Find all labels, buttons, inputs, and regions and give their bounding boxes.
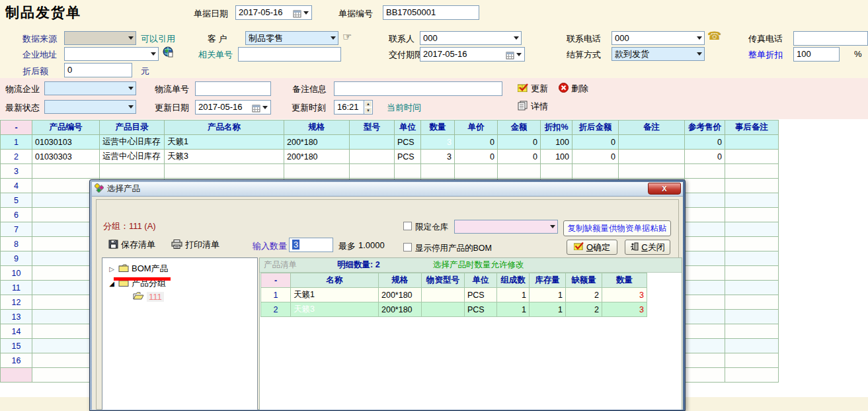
phone-combo[interactable]: 000: [612, 31, 705, 45]
cell-stock[interactable]: 1: [530, 302, 566, 317]
globe-icon[interactable]: [163, 46, 174, 60]
cell-after[interactable]: [572, 164, 619, 179]
data-source-combo[interactable]: [64, 31, 136, 45]
warehouse-combo[interactable]: [454, 220, 558, 234]
cell-unit[interactable]: PCS: [465, 288, 497, 302]
cell-discount[interactable]: 100: [541, 135, 572, 150]
logistics-company-combo[interactable]: [44, 81, 136, 95]
copy-shortage-button[interactable]: 复制缺额量供物资单据粘贴: [563, 220, 671, 236]
cell-name[interactable]: 天籁1: [291, 288, 379, 302]
cell-ref_price[interactable]: [685, 368, 725, 383]
related-no-input[interactable]: [238, 47, 341, 62]
dropdown-arrow-icon[interactable]: [328, 32, 338, 44]
cell-ref_price[interactable]: [685, 251, 725, 266]
cell-post_remark[interactable]: [725, 251, 779, 266]
cell-name[interactable]: 天籁3: [165, 150, 284, 164]
cell-model[interactable]: [422, 288, 465, 302]
address-combo[interactable]: [64, 47, 159, 61]
cell-amount[interactable]: 0: [498, 135, 541, 150]
cell-catalog[interactable]: 运营中心旧库存: [100, 150, 165, 164]
close-button[interactable]: C关闭: [625, 240, 670, 255]
cell-comp[interactable]: 1: [497, 288, 530, 302]
expanded-arrow-icon[interactable]: ◢: [108, 280, 116, 287]
dialog-titlebar[interactable]: 选择产品 X: [92, 182, 683, 197]
cell-ref_price[interactable]: 0: [685, 150, 725, 164]
cell-ref_price[interactable]: [685, 281, 725, 295]
cell-unit[interactable]: PCS: [465, 302, 497, 317]
collapsed-arrow-icon[interactable]: ▷: [108, 265, 116, 273]
cell-post_remark[interactable]: [725, 295, 779, 310]
dialog-close-button[interactable]: X: [648, 183, 681, 195]
cell-ref_price[interactable]: [685, 237, 725, 251]
cell-qty[interactable]: 3: [421, 135, 455, 150]
cell-name[interactable]: 天籁1: [165, 135, 284, 150]
remark-input[interactable]: [334, 81, 502, 96]
cell-comp[interactable]: 1: [497, 302, 530, 317]
current-time-link[interactable]: 当前时间: [387, 102, 421, 114]
cell-post_remark[interactable]: [725, 368, 779, 383]
cell-num[interactable]: 12: [1, 295, 32, 310]
cell-model[interactable]: [350, 164, 395, 179]
cell-spec[interactable]: 200*180: [284, 150, 350, 164]
cell-post_remark[interactable]: [725, 237, 779, 251]
cell-remark[interactable]: [619, 150, 685, 164]
limit-warehouse-checkbox[interactable]: [403, 222, 412, 230]
dropdown-arrow-icon[interactable]: [516, 53, 522, 56]
dropdown-arrow-icon[interactable]: [547, 220, 557, 233]
cell-ref_price[interactable]: [685, 208, 725, 222]
cell-unit[interactable]: PCS: [395, 150, 421, 164]
cell-post_remark[interactable]: [725, 208, 779, 222]
cell-num[interactable]: 4: [1, 179, 32, 193]
cell-spec[interactable]: 200*180: [284, 135, 350, 150]
cell-post_remark[interactable]: [725, 310, 779, 324]
doc-no-input[interactable]: BB17050001: [383, 5, 479, 20]
delete-button[interactable]: 删除: [559, 83, 588, 95]
cell-code[interactable]: 01030103: [32, 135, 100, 150]
cell-num[interactable]: 2: [1, 150, 32, 164]
cell-num[interactable]: 15: [1, 339, 32, 353]
time-spinner[interactable]: ▲ ▼: [364, 100, 373, 114]
cell-num[interactable]: 1: [261, 288, 291, 302]
net-input[interactable]: 0: [64, 63, 132, 77]
dropdown-arrow-icon[interactable]: [126, 32, 136, 44]
spinner-up-icon[interactable]: ▲: [364, 101, 372, 107]
cell-after[interactable]: 0: [572, 135, 619, 150]
dropdown-arrow-icon[interactable]: [148, 48, 158, 60]
calendar-icon[interactable]: [506, 50, 514, 58]
cell-remark[interactable]: [619, 164, 685, 179]
cell-post_remark[interactable]: [725, 266, 779, 281]
cell-post_remark[interactable]: [725, 179, 779, 193]
save-list-button[interactable]: 保存清单: [108, 239, 155, 251]
print-list-button[interactable]: 打印清单: [171, 239, 219, 251]
cell-num[interactable]: 1: [1, 135, 32, 150]
cell-num[interactable]: 14: [1, 324, 32, 339]
cell-catalog[interactable]: 运营中心旧库存: [100, 135, 165, 150]
cell-code[interactable]: 01030303: [32, 150, 100, 164]
cell-stock[interactable]: 1: [530, 288, 566, 302]
cell-num[interactable]: 8: [1, 237, 32, 251]
cell-post_remark[interactable]: [725, 193, 779, 208]
cell-num[interactable]: 9: [1, 251, 32, 266]
waybill-input[interactable]: [195, 81, 271, 96]
cell-ref_price[interactable]: [685, 353, 725, 368]
cell-post_remark[interactable]: [725, 353, 779, 368]
cell-model[interactable]: [422, 302, 465, 317]
cell-amount[interactable]: [498, 164, 541, 179]
cell-num[interactable]: 6: [1, 208, 32, 222]
cell-price[interactable]: [455, 164, 498, 179]
dropdown-arrow-icon[interactable]: [262, 106, 268, 109]
deliver-date-input[interactable]: 2017-05-16: [420, 47, 525, 62]
dropdown-arrow-icon[interactable]: [126, 82, 136, 95]
cell-ref_price[interactable]: [685, 295, 725, 310]
cell-num[interactable]: 5: [1, 193, 32, 208]
cell-post_remark[interactable]: [725, 150, 779, 164]
cell-ref_price[interactable]: [685, 266, 725, 281]
detail-button[interactable]: 详情: [518, 101, 548, 113]
cell-spec[interactable]: 200*180: [379, 288, 422, 302]
cell-name[interactable]: [165, 164, 284, 179]
dropdown-arrow-icon[interactable]: [694, 48, 704, 60]
cell-spec[interactable]: [284, 164, 350, 179]
cell-qty[interactable]: [421, 164, 455, 179]
update-button[interactable]: 更新: [518, 83, 548, 95]
cell-num[interactable]: 13: [1, 310, 32, 324]
